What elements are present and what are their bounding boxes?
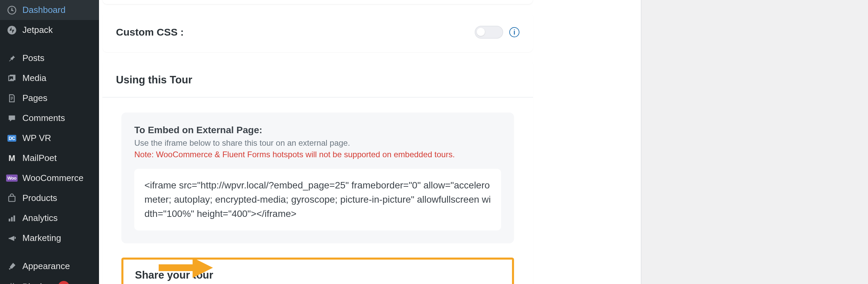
embed-title: To Embed on External Page: [134,125,501,136]
pin-icon [6,54,18,63]
sidebar-item-posts[interactable]: Posts [0,48,99,68]
comments-icon [6,114,18,123]
brush-icon [6,262,18,271]
plugins-update-badge: 4 [58,281,70,284]
sidebar-item-dashboard[interactable]: Dashboard [0,0,99,20]
sidebar-item-label: Dashboard [22,5,65,15]
jetpack-icon [6,25,18,35]
sidebar-item-label: Posts [22,53,44,63]
plugins-icon [6,282,18,284]
sidebar-item-label: MailPoet [22,153,57,163]
admin-sidebar: Dashboard Jetpack Posts Media Pages Comm… [0,0,99,284]
embed-subtitle: Use the iframe below to share this tour … [134,138,501,148]
custom-css-label: Custom CSS : [116,26,184,38]
sidebar-item-pages[interactable]: Pages [0,88,99,108]
sidebar-item-marketing[interactable]: Marketing [0,228,99,248]
sidebar-item-label: Products [22,193,57,203]
embed-note: Note: WooCommerce & Fluent Forms hotspot… [134,150,501,159]
sidebar-item-analytics[interactable]: Analytics [0,208,99,228]
mailpoet-icon: M [6,154,18,163]
svg-rect-4 [9,219,11,221]
sidebar-item-label: Marketing [22,233,61,243]
sidebar-item-label: WP VR [22,133,51,143]
sidebar-item-label: Comments [22,113,65,123]
sidebar-item-label: Appearance [22,261,70,271]
svg-rect-6 [14,215,15,221]
woocommerce-icon: Woo [6,175,18,182]
svg-point-2 [7,26,16,35]
marketing-icon [6,234,18,243]
using-tour-heading: Using this Tour [102,60,533,98]
sidebar-item-label: Analytics [22,213,58,223]
sidebar-item-plugins[interactable]: Plugins 4 [0,276,99,284]
products-icon [6,194,18,203]
custom-css-toggle[interactable] [475,26,503,39]
svg-rect-3 [9,196,15,201]
sidebar-item-products[interactable]: Products [0,188,99,208]
pages-icon [6,94,18,103]
sidebar-item-label: Jetpack [22,25,53,35]
sidebar-item-label: Pages [22,93,47,103]
info-icon[interactable]: i [509,27,519,37]
share-tour-highlight: Share your tour Enable Social Media Shar… [121,258,514,284]
dashboard-icon [6,5,18,15]
wpvr-icon: DC [6,135,18,142]
svg-rect-5 [11,217,13,221]
sidebar-item-label: Plugins [22,282,51,284]
using-tour-card: Using this Tour To Embed on External Pag… [102,60,533,284]
sidebar-item-mailpoet[interactable]: M MailPoet [0,148,99,168]
sidebar-item-jetpack[interactable]: Jetpack [0,20,99,40]
analytics-icon [6,214,18,223]
sidebar-item-media[interactable]: Media [0,68,99,88]
custom-css-card: Custom CSS : i [102,12,533,52]
sidebar-item-comments[interactable]: Comments [0,108,99,128]
svg-point-1 [11,9,13,11]
share-tour-heading: Share your tour [123,260,512,284]
embed-external-box: To Embed on External Page: Use the ifram… [121,113,514,243]
sidebar-item-label: WooCommerce [22,173,83,183]
iframe-code-box[interactable]: <iframe src="http://wpvr.local/?embed_pa… [134,169,501,230]
media-icon [6,74,18,83]
card-previous-section-tail [102,0,533,4]
sidebar-item-appearance[interactable]: Appearance [0,256,99,276]
sidebar-item-label: Media [22,73,46,83]
sidebar-item-woocommerce[interactable]: Woo WooCommerce [0,168,99,188]
sidebar-item-wpvr[interactable]: DC WP VR [0,128,99,148]
